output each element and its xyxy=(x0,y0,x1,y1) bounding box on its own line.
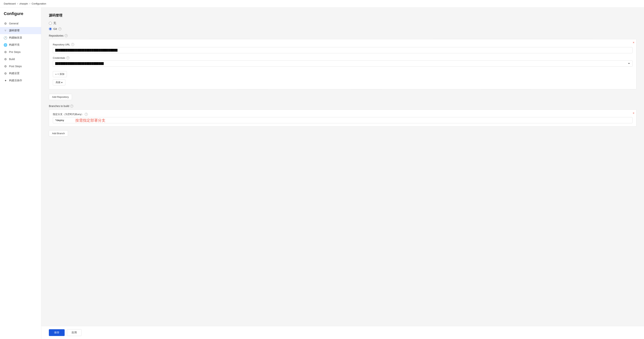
git-help-icon[interactable]: ? xyxy=(58,27,62,30)
source-type-radio-group: 无 Git ? xyxy=(49,21,636,30)
repo-url-label: Repository URL ? xyxy=(53,43,632,46)
sidebar-item-post-steps[interactable]: ⚙ Post Steps xyxy=(0,63,41,70)
radio-none-label: 无 xyxy=(53,21,56,25)
branch-specifier-input[interactable] xyxy=(53,117,632,123)
credentials-help-icon[interactable]: ? xyxy=(66,56,69,59)
branches-label: Branches to build ? xyxy=(49,105,636,108)
breadcrumb-dashboard[interactable]: Dashboard xyxy=(4,2,16,5)
credentials-label: Credentials ? xyxy=(53,56,632,59)
repo-url-help-icon[interactable]: ? xyxy=(71,43,74,46)
section-title: 源码管理 xyxy=(49,13,636,18)
globe-icon: 🌐 xyxy=(4,43,7,46)
radio-git[interactable] xyxy=(49,27,52,30)
footer-bar: 保存 应用 xyxy=(41,326,644,339)
sidebar-item-label: 构建设置 xyxy=(9,72,20,75)
radio-none-row: 无 xyxy=(49,21,636,25)
branches-section: Branches to build ? × 指定分支（为空时代表any） ? 按… xyxy=(49,105,636,136)
repository-url-input[interactable] xyxy=(53,47,632,53)
sidebar-item-label: Post Steps xyxy=(9,65,22,68)
add-btn-label: + 添加 xyxy=(58,72,64,76)
breadcrumb-sep-2: > xyxy=(29,2,30,5)
chevron-down-icon: ▾ xyxy=(61,81,62,84)
sidebar-item-label: Build xyxy=(9,58,15,61)
sidebar-item-post-build[interactable]: ✦ 构建后操作 xyxy=(0,77,41,84)
sidebar-item-label: 源码管理 xyxy=(9,29,20,32)
sidebar-item-label: General xyxy=(9,22,18,25)
sidebar-item-label: 构建后操作 xyxy=(9,79,22,82)
credentials-select[interactable]: ████████████████████████████ xyxy=(53,60,632,67)
advanced-label: 高级 xyxy=(56,81,60,84)
save-button[interactable]: 保存 xyxy=(49,329,65,336)
add-branch-button[interactable]: Add Branch xyxy=(49,130,68,136)
repo-url-field-group: Repository URL ? xyxy=(53,43,632,53)
sidebar-item-build[interactable]: ⚙ Build xyxy=(0,55,41,63)
radio-git-label: Git xyxy=(53,27,57,30)
sidebar-item-build-trigger[interactable]: 🕐 构建触发器 xyxy=(0,34,41,41)
sidebar-item-label: Pre Steps xyxy=(9,50,20,53)
sidebar-item-source-code[interactable]: ⑂ 源码管理 xyxy=(0,27,41,34)
credentials-field-group: Credentials ? ██████████████████████████… xyxy=(53,56,632,67)
add-credentials-button[interactable]: + + 添加 xyxy=(53,71,67,77)
breadcrumb-zhaopin[interactable]: zhaopin xyxy=(19,2,28,5)
radio-none[interactable] xyxy=(49,22,52,25)
branch-specifier-label: 指定分支（为空时代表any） ? xyxy=(53,113,632,116)
radio-git-row: Git ? xyxy=(49,27,636,30)
branch-input-wrapper: 按需指定部署分支 xyxy=(53,117,632,123)
sidebar-title: Configure xyxy=(0,11,41,20)
branch-help-icon[interactable]: ? xyxy=(85,113,88,116)
sidebar-item-build-settings[interactable]: ⚙ 构建设置 xyxy=(0,70,41,77)
breadcrumb-sep-1: > xyxy=(17,2,18,5)
sidebar-item-build-env[interactable]: 🌐 构建环境 xyxy=(0,41,41,48)
add-repository-button[interactable]: Add Repository xyxy=(49,94,72,100)
sidebar-item-label: 构建环境 xyxy=(9,43,20,46)
repositories-section: Repositories ? × Repository URL ? Creden… xyxy=(49,34,636,100)
star-icon: ✦ xyxy=(4,79,7,82)
gear-icon: ⚙ xyxy=(4,22,7,25)
main-content: 源码管理 无 Git ? Repositories ? × xyxy=(41,7,644,339)
advanced-button[interactable]: 高级 ▾ xyxy=(53,79,66,85)
add-branch-label: Add Branch xyxy=(52,132,65,135)
plus-icon: + xyxy=(55,73,57,76)
breadcrumb: Dashboard > zhaopin > Configuration xyxy=(0,0,644,7)
source-icon: ⑂ xyxy=(4,29,7,32)
remove-branch-button[interactable]: × xyxy=(633,111,634,115)
sidebar-item-general[interactable]: ⚙ General xyxy=(0,20,41,27)
repositories-help-icon[interactable]: ? xyxy=(65,34,68,37)
settings-icon: ⚙ xyxy=(4,72,7,75)
sidebar-item-label: 构建触发器 xyxy=(9,36,22,39)
branch-card: × 指定分支（为空时代表any） ? 按需指定部署分支 xyxy=(49,109,636,126)
post-icon: ⚙ xyxy=(4,64,7,68)
repository-card: × Repository URL ? Credentials ? ███████… xyxy=(49,39,636,89)
sidebar: Configure ⚙ General ⑂ 源码管理 🕐 构建触发器 🌐 构建环… xyxy=(0,7,41,339)
apply-button[interactable]: 应用 xyxy=(67,329,82,336)
clock-icon: 🕐 xyxy=(4,36,7,39)
branches-help-icon[interactable]: ? xyxy=(70,105,73,108)
add-repository-label: Add Repository xyxy=(52,95,69,98)
build-icon: ⚙ xyxy=(4,57,7,61)
cog-icon: ⚙ xyxy=(4,50,7,54)
remove-repository-button[interactable]: × xyxy=(633,41,634,44)
sidebar-item-pre-steps[interactable]: ⚙ Pre Steps xyxy=(0,48,41,55)
breadcrumb-current: Configuration xyxy=(32,2,46,5)
repositories-label: Repositories ? xyxy=(49,34,636,37)
